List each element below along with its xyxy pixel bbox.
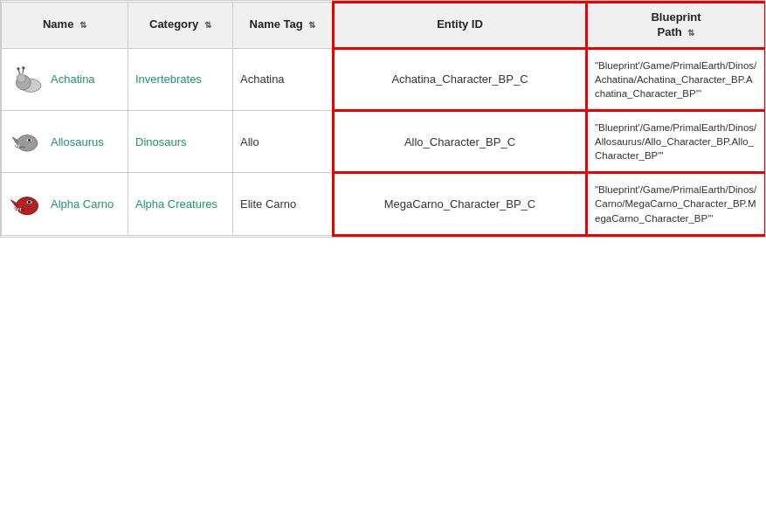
col-category-label: Category xyxy=(149,17,198,31)
col-header-category[interactable]: Category ⇅ xyxy=(128,3,233,49)
svg-line-18 xyxy=(17,209,18,211)
category-value: Alpha Creatures xyxy=(135,197,217,211)
table-row: Allosaurus DinosaursAlloAllo_Character_B… xyxy=(2,111,766,173)
main-table-container: Name ⇅ Category ⇅ Name Tag ⇅ Entity ID B… xyxy=(0,0,766,238)
svg-line-11 xyxy=(16,145,17,148)
svg-point-13 xyxy=(16,197,38,215)
cell-name: Achatina xyxy=(2,48,128,110)
cell-blueprint: "Blueprint'/Game/PrimalEarth/Dinos/Allos… xyxy=(587,111,766,173)
table-row: Achatina InvertebratesAchatinaAchatina_C… xyxy=(2,48,766,110)
creatures-table: Name ⇅ Category ⇅ Name Tag ⇅ Entity ID B… xyxy=(1,1,766,237)
cell-category: Alpha Creatures xyxy=(128,173,233,235)
creature-icon-achatina xyxy=(9,62,44,97)
col-nametag-label: Name Tag xyxy=(250,17,303,31)
creature-name: Alpha Carno xyxy=(51,197,114,211)
cell-blueprint: "Blueprint'/Game/PrimalEarth/Dinos/Carno… xyxy=(587,173,766,235)
cell-nametag: Achatina xyxy=(233,48,334,110)
nametag-value: Allo xyxy=(240,135,259,149)
svg-point-2 xyxy=(17,73,25,82)
blueprint-value: "Blueprint'/Game/PrimalEarth/Dinos/Achat… xyxy=(595,60,756,99)
cell-entityid: MegaCarno_Character_BP_C xyxy=(334,173,587,235)
col-header-blueprint[interactable]: BlueprintPath ⇅ xyxy=(587,3,766,49)
blueprint-value: "Blueprint'/Game/PrimalEarth/Dinos/Allos… xyxy=(595,122,756,161)
svg-marker-8 xyxy=(12,137,17,143)
blueprint-value: "Blueprint'/Game/PrimalEarth/Dinos/Carno… xyxy=(595,184,756,223)
cell-name: Alpha Carno xyxy=(2,173,128,235)
creature-name: Allosaurus xyxy=(51,135,104,149)
entityid-value: Achatina_Character_BP_C xyxy=(342,73,578,86)
cell-entityid: Achatina_Character_BP_C xyxy=(334,48,587,110)
col-header-name[interactable]: Name ⇅ xyxy=(2,3,128,49)
svg-point-10 xyxy=(28,139,31,142)
svg-point-6 xyxy=(22,66,24,69)
table-row: Alpha Carno Alpha CreaturesElite CarnoMe… xyxy=(2,173,766,235)
svg-line-17 xyxy=(16,208,17,211)
category-value: Invertebrates xyxy=(135,73,202,86)
col-nametag-sort-icon[interactable]: ⇅ xyxy=(308,19,315,31)
cell-nametag: Allo xyxy=(233,111,334,173)
name-cell-content: Allosaurus xyxy=(9,124,121,159)
creature-icon-allosaurus xyxy=(9,124,44,159)
svg-marker-14 xyxy=(11,200,17,206)
name-cell-content: Alpha Carno xyxy=(9,186,121,221)
col-name-sort-icon[interactable]: ⇅ xyxy=(79,19,86,31)
cell-category: Dinosaurs xyxy=(128,111,233,173)
svg-line-12 xyxy=(18,146,19,149)
col-entityid-label: Entity ID xyxy=(437,17,483,31)
svg-point-5 xyxy=(17,67,19,70)
table-header-row: Name ⇅ Category ⇅ Name Tag ⇅ Entity ID B… xyxy=(2,3,766,49)
cell-nametag: Elite Carno xyxy=(233,173,334,235)
col-header-nametag[interactable]: Name Tag ⇅ xyxy=(233,3,334,49)
entityid-value: Allo_Character_BP_C xyxy=(342,135,578,149)
creature-icon-alpha-carno xyxy=(9,186,44,221)
creature-name: Achatina xyxy=(51,73,95,86)
nametag-value: Achatina xyxy=(240,73,285,86)
svg-point-7 xyxy=(17,135,38,151)
nametag-value: Elite Carno xyxy=(240,197,296,211)
cell-category: Invertebrates xyxy=(128,48,233,110)
cell-blueprint: "Blueprint'/Game/PrimalEarth/Dinos/Achat… xyxy=(587,48,766,110)
col-header-entityid: Entity ID xyxy=(334,3,587,49)
cell-entityid: Allo_Character_BP_C xyxy=(334,111,587,173)
cell-name: Allosaurus xyxy=(2,111,128,173)
category-value: Dinosaurs xyxy=(135,135,187,149)
svg-point-16 xyxy=(28,201,31,204)
name-cell-content: Achatina xyxy=(9,62,121,97)
entityid-value: MegaCarno_Character_BP_C xyxy=(342,197,578,211)
col-blueprint-sort-icon[interactable]: ⇅ xyxy=(687,27,694,38)
col-category-sort-icon[interactable]: ⇅ xyxy=(204,19,211,31)
col-name-label: Name xyxy=(43,17,73,31)
